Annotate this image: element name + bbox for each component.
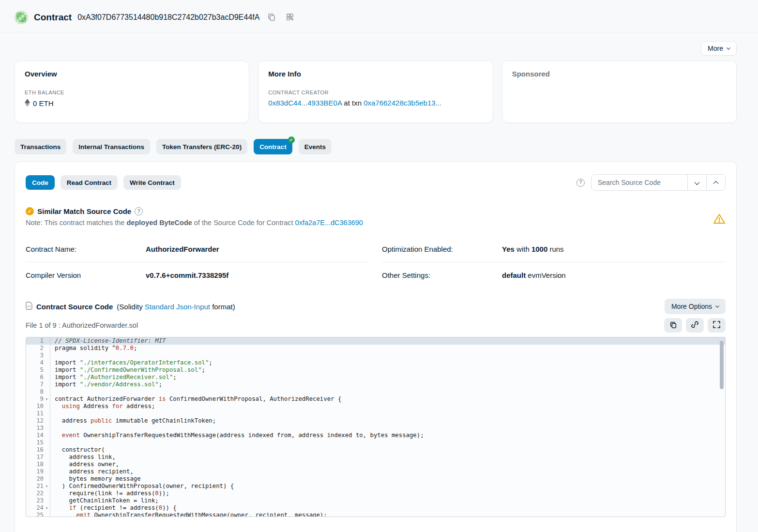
code-text: using Address for address; [50,403,155,410]
source-code-title: Contract Source Code [36,303,113,311]
fold-gutter [44,439,50,446]
permalink-button[interactable] [686,318,704,333]
code-text: address owner, [50,461,119,468]
more-button-label: More [708,45,723,52]
subtab-read-contract[interactable]: Read Contract [61,175,118,190]
code-text [50,388,55,395]
tab-transactions[interactable]: Transactions [15,139,66,154]
matched-contract-link[interactable]: 0xfa2a7E...dC363690 [295,219,363,227]
code-text: ) ConfirmedOwnerWithProposal(owner, reci… [50,483,234,490]
code-line: 6import "./AuthorizedReceiver.sol"; [26,374,725,381]
line-number: 8 [26,388,44,395]
fold-gutter [44,403,50,410]
more-info-card: More Info CONTRACT CREATOR 0x83dC44...49… [258,61,493,123]
search-prev-button[interactable] [706,175,725,190]
at-txn-text: at txn [342,99,364,107]
json-input-format-link[interactable]: Standard Json-Input [145,303,210,311]
copy-address-button[interactable] [265,11,278,24]
fold-gutter [44,425,50,432]
line-number: 4 [26,359,44,366]
code-line: 18 address owner, [26,461,725,468]
code-line: 23 getChainlinkToken = link; [26,497,725,504]
other-settings-label: Other Settings: [382,271,502,279]
search-help-icon[interactable] [576,179,585,187]
code-line: 5import "./ConfirmedOwnerWithProposal.so… [26,366,725,374]
code-line: 11 [26,410,725,417]
code-line: 25 emit OwnershipTransferRequestedWithMe… [26,512,725,517]
code-text: address recipient, [50,468,134,475]
code-editor[interactable]: 1// SPDX-License-Identifier: MIT2pragma … [26,337,726,517]
line-number: 10 [26,403,44,410]
subtab-code[interactable]: Code [26,175,55,190]
fold-toggle-icon[interactable]: ▾ [44,504,50,512]
copy-source-button[interactable] [664,318,682,333]
subtab-write-contract[interactable]: Write Contract [123,175,181,190]
link-icon [691,320,699,330]
overview-card: Overview ETH BALANCE 0 ETH [15,61,249,123]
code-text: address public immutable getChainlinkTok… [50,417,216,425]
code-line: 3 [26,352,725,359]
qr-code-icon [286,13,294,22]
other-settings-value: default evmVersion [502,271,726,279]
code-text [50,425,55,432]
tabs-row: Transactions Internal Transactions Token… [15,139,737,154]
code-text: bytes memory message [50,475,141,483]
code-text [50,439,55,446]
search-source-code-input[interactable] [591,175,687,190]
optimization-label: Optimization Enabled: [382,245,502,253]
similar-match-help-icon[interactable] [135,207,143,215]
chevron-down-icon [727,46,730,49]
tab-token-transfers[interactable]: Token Transfers (ERC-20) [156,139,247,154]
code-text: // SPDX-License-Identifier: MIT [50,337,166,345]
line-number: 3 [26,352,44,359]
tab-internal-transactions[interactable]: Internal Transactions [73,139,150,154]
similar-match-check-icon [26,207,34,215]
line-number: 15 [26,439,44,446]
verified-check-badge-icon [288,137,295,143]
more-options-button[interactable]: More Options [665,299,726,314]
code-text: require(link != address(0)); [50,490,169,497]
line-number: 23 [26,497,44,504]
fold-gutter [44,461,50,468]
warning-triangle-icon [713,218,726,226]
line-number: 9 [26,395,44,403]
code-line: 16 constructor( [26,446,725,454]
line-number: 5 [26,366,44,374]
contract-panel: Code Read Contract Write Contract Simila… [15,161,737,532]
fold-gutter [44,497,50,504]
fold-toggle-icon[interactable]: ▾ [44,395,50,403]
creation-txn-link[interactable]: 0xa7662428c3b5eb13... [364,99,441,107]
contract-address: 0xA3f07D6773514480b918C2742b027b3acD9E44… [77,13,259,22]
code-line: 22 require(link != address(0)); [26,490,725,497]
code-line: 8 [26,388,725,395]
tab-contract[interactable]: Contract [254,139,292,154]
source-file-icon [26,302,32,311]
tab-events[interactable]: Events [299,139,332,154]
fold-gutter [44,366,50,374]
contract-name-label: Contract Name: [26,245,146,253]
code-line: 19 address recipient, [26,468,725,475]
more-info-card-title: More Info [268,70,483,78]
fold-gutter [44,374,50,381]
copy-icon [267,13,276,23]
code-scrollbar[interactable] [720,341,724,389]
creator-address-link[interactable]: 0x83dC44...4933BE0A [268,99,342,107]
expand-button[interactable] [708,318,726,333]
source-search-group [591,174,726,191]
code-line: 20 bytes memory message [26,475,725,483]
line-number: 14 [26,432,44,439]
chevron-up-icon [713,181,718,186]
contract-meta: Contract Name: AuthorizedForwarder Compi… [26,239,726,288]
contract-identicon [15,11,28,24]
search-next-button[interactable] [687,175,706,190]
code-text: event OwnershipTransferRequestedWithMess… [50,432,424,439]
similar-match-note: Note: This contract matches the deployed… [26,218,713,228]
fold-toggle-icon[interactable]: ▾ [44,483,50,490]
code-text: emit OwnershipTransferRequestedWithMessa… [50,512,327,517]
more-button[interactable]: More [701,41,737,56]
code-line: 10 using Address for address; [26,403,725,410]
fold-gutter [44,468,50,475]
eth-icon [25,99,30,108]
qr-code-button[interactable] [284,11,296,24]
line-number: 16 [26,446,44,454]
